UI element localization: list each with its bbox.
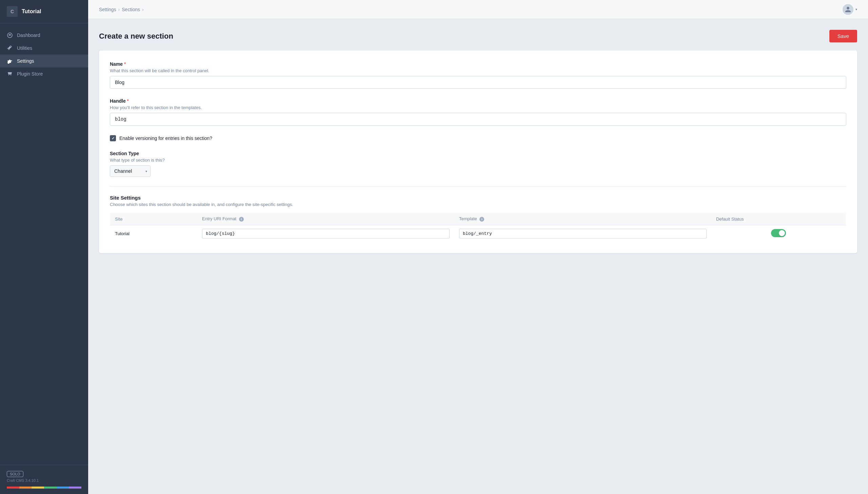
col-default-status: Default Status [712,213,846,225]
section-type-label: Section Type [110,151,846,156]
user-chevron-icon: ▾ [855,7,857,11]
site-settings-label: Site Settings [110,195,846,201]
sidebar-nav: Dashboard Utilities Settings [0,23,88,465]
section-type-select[interactable]: Channel Single Structure [110,165,150,177]
name-field-group: Name * What this section will be called … [110,61,846,89]
handle-field-group: Handle * How you'll refer to this sectio… [110,98,846,126]
app-name: Tutorial [22,8,41,15]
template-cell [454,225,712,242]
solo-badge: SOLO [7,471,23,477]
versioning-checkbox[interactable]: ✓ [110,135,116,141]
sidebar-item-settings[interactable]: Settings [0,55,88,68]
breadcrumb-sep-1: › [118,7,120,12]
page-title: Create a new section [99,32,173,41]
handle-input[interactable] [110,113,846,126]
handle-required: * [127,99,129,103]
page-header: Create a new section Save [99,30,857,42]
section-type-field-group: Section Type What type of section is thi… [110,151,846,177]
name-label: Name * [110,61,846,67]
content-area: Create a new section Save Name * What th… [88,19,868,494]
sidebar-item-label-utilities: Utilities [17,45,32,51]
default-status-cell [712,225,846,242]
col-template: Template i [454,213,712,225]
sidebar-footer: SOLO Craft CMS 3.4.10.1 [0,465,88,494]
sidebar-item-label-dashboard: Dashboard [17,33,40,38]
utilities-icon [7,45,13,51]
section-divider [110,186,846,187]
plugin-store-icon [7,71,13,77]
user-avatar[interactable] [843,4,853,15]
template-input[interactable] [459,229,707,239]
sidebar-item-utilities[interactable]: Utilities [0,42,88,55]
section-type-hint: What type of section is this? [110,157,846,163]
breadcrumb-sep-2: › [142,7,144,12]
versioning-row: ✓ Enable versioning for entries in this … [110,135,846,141]
name-input[interactable] [110,76,846,89]
name-required: * [124,62,126,66]
sidebar-item-label-plugin-store: Plugin Store [17,71,43,77]
footer-stripe [7,487,81,489]
logo-box: C [7,6,18,17]
version-text: Craft CMS 3.4.10.1 [7,478,81,482]
uri-format-input[interactable] [202,229,449,239]
handle-label: Handle * [110,98,846,104]
name-hint: What this section will be called in the … [110,68,846,73]
sidebar-item-label-settings: Settings [17,58,34,64]
col-uri-format: Entry URI Format i [197,213,454,225]
sidebar-item-plugin-store[interactable]: Plugin Store [0,68,88,80]
default-status-toggle[interactable] [771,229,786,237]
section-type-select-wrapper: Channel Single Structure ▾ [110,165,150,177]
template-info-icon[interactable]: i [479,217,484,222]
uri-format-info-icon[interactable]: i [239,217,244,222]
handle-hint: How you'll refer to this section in the … [110,105,846,110]
sidebar-item-dashboard[interactable]: Dashboard [0,29,88,42]
versioning-label[interactable]: Enable versioning for entries in this se… [119,135,212,141]
site-settings-section: Site Settings Choose which sites this se… [110,195,846,242]
topbar-right: ▾ [843,4,857,15]
main-area: Settings › Sections › ▾ Create a new sec… [88,0,868,494]
topbar: Settings › Sections › ▾ [88,0,868,19]
site-name-cell: Tutorial [110,225,198,242]
sidebar-logo: C Tutorial [0,0,88,23]
dashboard-icon [7,32,13,38]
uri-format-cell [197,225,454,242]
breadcrumb-sections[interactable]: Sections [122,7,140,12]
svg-point-1 [10,35,11,36]
site-settings-table: Site Entry URI Format i Template i Defau… [110,212,846,242]
table-row: Tutorial [110,225,846,242]
save-button[interactable]: Save [829,30,857,42]
sidebar: C Tutorial Dashboard Utilities [0,0,88,494]
breadcrumb-settings[interactable]: Settings [99,7,116,12]
form-card: Name * What this section will be called … [99,51,857,253]
checkmark-icon: ✓ [112,136,115,140]
site-settings-hint: Choose which sites this section should b… [110,202,846,207]
settings-icon [7,58,13,64]
breadcrumb: Settings › Sections › [99,7,144,12]
col-site: Site [110,213,198,225]
